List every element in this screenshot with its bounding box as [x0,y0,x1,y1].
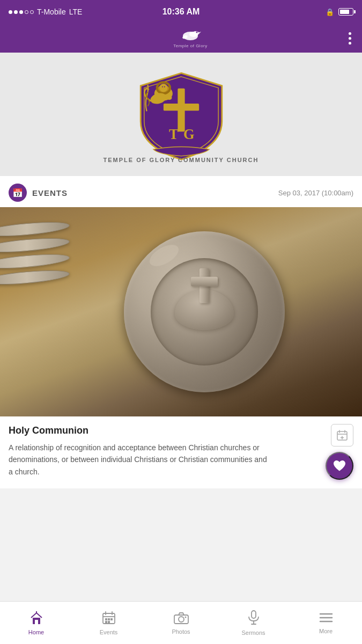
more-options-button[interactable] [349,32,351,45]
svg-point-12 [159,84,167,92]
svg-rect-30 [105,618,107,620]
microphone-icon [248,610,260,627]
tab-events-label: Events [100,629,118,635]
signal-indicator [9,10,34,14]
church-emblem: G T [122,65,240,162]
favorite-button[interactable] [326,452,353,480]
events-section-label: EVENTS [32,188,68,197]
status-right: 🔒 [326,8,353,16]
event-card-content: Holy Communion A relationship of recogni… [0,416,362,488]
church-name-label: TEMPLE OF GLORY COMMUNITY CHURCH [104,157,259,163]
svg-rect-34 [108,621,110,623]
camera-icon [174,611,189,626]
svg-point-14 [162,86,163,87]
tab-sermons-label: Sermons [241,630,265,636]
svg-text:G: G [183,126,194,142]
tab-home-label: Home [28,629,44,635]
top-nav: Temple of Glory [0,24,362,53]
add-to-calendar-button[interactable] [331,424,353,447]
events-section: 📅 EVENTS Sep 03, 2017 (10:00am) [0,176,362,488]
svg-point-2 [193,31,199,35]
tab-sermons[interactable]: Sermons [217,602,290,644]
svg-point-15 [164,86,165,87]
tab-home[interactable]: Home [0,602,72,644]
svg-rect-32 [110,618,113,620]
status-left: T-Mobile LTE [9,8,82,16]
network-type: LTE [69,8,83,16]
svg-point-37 [184,616,186,618]
events-calendar-icon: 📅 [9,184,27,202]
events-icon [102,611,116,627]
dove-icon [180,28,201,43]
tab-more-label: More [319,628,333,634]
svg-text:T: T [168,126,178,142]
tab-photos[interactable]: Photos [145,602,217,644]
svg-rect-33 [105,621,107,623]
tab-events[interactable]: Events [72,602,145,644]
svg-point-36 [179,617,184,622]
events-date: Sep 03, 2017 (10:00am) [278,189,353,197]
tab-more[interactable]: More [290,602,362,644]
event-actions [326,424,353,480]
bottom-tab-bar: Home Events Pho [0,601,362,644]
lock-icon: 🔒 [326,8,334,16]
event-title: Holy Communion [9,425,353,436]
svg-rect-38 [252,611,256,618]
church-logo-section: G T TEMPLE OF GLORY COMMUNITY CHURCH [0,53,362,176]
nav-logo: Temple of Glory [173,28,208,48]
nav-logo-text: Temple of Glory [173,43,208,48]
events-left: 📅 EVENTS [9,184,68,202]
event-image [0,207,362,416]
event-description: A relationship of recognition and accept… [9,442,267,478]
svg-point-5 [196,31,198,33]
tab-photos-label: Photos [172,628,190,635]
battery-indicator [338,8,353,16]
status-bar: T-Mobile LTE 10:36 AM 🔒 [0,0,362,24]
svg-rect-7 [163,104,198,111]
svg-rect-25 [35,620,38,624]
carrier-label: T-Mobile [37,8,66,16]
status-time: 10:36 AM [162,7,200,17]
home-icon [29,611,44,627]
hamburger-icon [319,612,333,626]
svg-rect-31 [108,618,110,620]
events-header: 📅 EVENTS Sep 03, 2017 (10:00am) [0,176,362,207]
